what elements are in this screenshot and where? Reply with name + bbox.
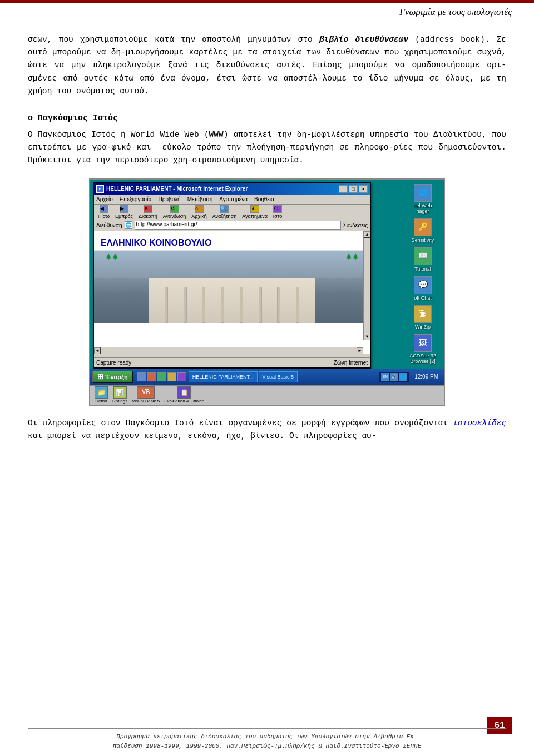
toolbar-history[interactable]: ⏱ Ιστο (271, 205, 284, 220)
scroll-up-btn[interactable]: ▲ (364, 231, 370, 238)
page-header-title: Γνωριμία με τους υπολογιστές (399, 7, 512, 18)
ie-scrollbar[interactable]: ▲ ▼ (363, 231, 370, 340)
sensitivity-icon: 🔑 (414, 218, 432, 236)
address-label: Διεύθυνση (96, 222, 122, 228)
icon-demo[interactable]: 📁 Demo (95, 386, 108, 404)
start-button[interactable]: ⊞ Έναρξη (92, 371, 133, 383)
footer-text: Πρόγραμμα πειραματικής διδασκαλίας του μ… (28, 732, 506, 750)
history-icon: ⏱ (273, 205, 282, 213)
page-footer: Πρόγραμμα πειραματικής διδασκαλίας του μ… (28, 728, 506, 750)
acdsee-label: ACDSee 32Browser [2] (409, 353, 436, 364)
taskbar-items: HELLENIC PARLIAMENT... Visual Basic 5 (189, 371, 377, 382)
tutorial-icon: 📖 (414, 247, 432, 265)
scroll-right-btn[interactable]: ▶ (357, 347, 363, 354)
ql-icon-2[interactable] (147, 372, 156, 381)
taskbar-ie-item[interactable]: HELLENIC PARLIAMENT... (189, 371, 258, 382)
menu-file[interactable]: Αρχείο (96, 196, 113, 202)
tray-en: EN (381, 373, 389, 381)
intro-paragraph: σεων, που χρησιμοποιούμε κατά την αποστο… (28, 33, 506, 98)
demo-icon: 📁 (95, 386, 108, 399)
desktop-icons: 🌐 nel Webnager 🔑 Sensitivity 📖 Tutorial … (406, 184, 439, 385)
favorites-icon: ★ (250, 205, 259, 213)
ie-statusbar: Capture ready Ζώνη Internet (94, 357, 370, 367)
ie-title: HELLENIC PARLIAMENT - Microsoft Internet… (106, 186, 339, 192)
taskbar-item-2[interactable]: Visual Basic 5 (259, 371, 298, 382)
icon-winzip[interactable]: 🗜 WinZip (406, 305, 439, 330)
sky-bg (94, 251, 370, 278)
screenshot-container: e HELLENIC PARLIAMENT - Microsoft Intern… (89, 178, 445, 406)
vb5-label: Visual Basic 5 (132, 399, 160, 404)
menu-edit[interactable]: Επεξεργασία (120, 196, 152, 202)
ie-maximize-btn[interactable]: □ (349, 185, 358, 193)
tutorial-label: Tutorial (414, 266, 431, 272)
demo-label: Demo (95, 399, 107, 404)
icon-eval[interactable]: 📋 Evaluation & Choice (164, 386, 204, 404)
tray-network[interactable]: 🌐 (399, 373, 407, 381)
acdsee-icon: 🖼 (414, 334, 432, 352)
parliament-header: ΕΛΛΗΝΙΚΟ ΚΟΙΝΟΒΟΥΛΙΟ (94, 231, 370, 251)
column-4 (221, 287, 224, 323)
windows-desktop: e HELLENIC PARLIAMENT - Microsoft Intern… (90, 180, 444, 385)
scroll-left-btn[interactable]: ◀ (94, 347, 101, 354)
toolbar-home[interactable]: ⌂ Αρχική (190, 205, 208, 220)
ie-minimize-btn[interactable]: _ (339, 185, 348, 193)
toolbar-back[interactable]: ◀ Πίσω (96, 205, 111, 220)
parliament-image: 🌲🌲 🌲🌲 (94, 251, 370, 323)
tray-sound[interactable]: 🔊 (390, 373, 398, 381)
section-paragraph: Ο Παγκόσμιος Ιστός ή World Wide Web (WWW… (28, 128, 506, 167)
toolbar-search[interactable]: 🔍 Αναζήτηση (211, 205, 238, 220)
toolbar-stop[interactable]: ✕ Διακοπή (137, 205, 159, 220)
ie-content-area: ΕΛΛΗΝΙΚΟ ΚΟΙΝΟΒΟΥΛΙΟ (94, 231, 370, 354)
toolbar-forward[interactable]: ▶ Εμπρός (113, 205, 135, 220)
icon-ratings[interactable]: 📊 Ratings (112, 386, 127, 404)
ie-menubar: Αρχείο Επεξεργασία Προβολή Μετάβαση Αγαπ… (94, 195, 370, 205)
connect-link[interactable]: Συνδέσεις (343, 222, 368, 228)
scroll-down-btn[interactable]: ▼ (364, 334, 370, 340)
icon-acdsee[interactable]: 🖼 ACDSee 32Browser [2] (406, 334, 439, 364)
home-icon: ⌂ (195, 205, 204, 213)
icon-nel-web[interactable]: 🌐 nel Webnager (406, 184, 439, 214)
parliament-logo: ΕΛΛΗΝΙΚΟ ΚΟΙΝΟΒΟΥΛΙΟ (101, 238, 363, 248)
bottom-icons-strip: 📁 Demo 📊 Ratings VB Visual Basic 5 📋 Eva… (90, 385, 444, 405)
quick-launch (137, 372, 186, 381)
column-8 (296, 287, 299, 323)
ql-icon-4[interactable] (167, 372, 176, 381)
menu-go[interactable]: Μετάβαση (187, 196, 213, 202)
icon-tutorial[interactable]: 📖 Tutorial (406, 247, 439, 272)
ie-status-text: Capture ready (96, 360, 131, 366)
icon-vb5[interactable]: VB Visual Basic 5 (132, 386, 160, 404)
ql-icon-5[interactable] (177, 372, 186, 381)
column-7 (277, 287, 280, 323)
ie-hscrollbar[interactable]: ◀ ▶ (94, 347, 363, 354)
footer-line2: παίδευση 1998-1999, 1999-2000. Παν.Πειρα… (113, 743, 422, 749)
column-1 (165, 287, 168, 323)
nel-web-label: nel Webnager (414, 203, 432, 214)
icon-chat[interactable]: 💬 oft Chat (406, 276, 439, 301)
ie-close-btn[interactable]: × (359, 185, 368, 193)
ql-icon-1[interactable] (137, 372, 146, 381)
menu-help[interactable]: Βοήθεια (254, 196, 274, 202)
menu-favorites[interactable]: Αγαπημένα (219, 196, 248, 202)
column-2 (184, 287, 187, 323)
menu-view[interactable]: Προβολή (158, 196, 180, 202)
icon-sensitivity[interactable]: 🔑 Sensitivity (406, 218, 439, 243)
link-istoseli[interactable]: ιστοσελίδες (453, 419, 506, 427)
address-go-icon: 🌐 (125, 221, 132, 229)
eval-label: Evaluation & Choice (164, 399, 204, 404)
taskbar-tray: EN 🔊 🌐 (379, 372, 409, 382)
stop-icon: ✕ (144, 205, 152, 213)
ie-toolbar: ◀ Πίσω ▶ Εμπρός ✕ Διακοπή ↺ Ανανέωση (94, 205, 370, 220)
header-bar (0, 0, 534, 3)
ratings-icon: 📊 (113, 386, 127, 399)
bottom-paragraph: Οι πληροφορίες στον Παγκόσμιο Ιστό είναι… (28, 417, 506, 442)
winzip-icon: 🗜 (414, 305, 432, 323)
ie-icon: e (96, 185, 104, 193)
ql-icon-3[interactable] (157, 372, 166, 381)
vb5-icon: VB (137, 386, 155, 399)
taskbar-clock: 12:09 PM (411, 374, 442, 380)
address-input[interactable]: http://www.parliament.gr/ (135, 221, 341, 230)
toolbar-refresh[interactable]: ↺ Ανανέωση (161, 205, 188, 220)
toolbar-favorites[interactable]: ★ Αγαπημένα (240, 205, 269, 220)
column-3 (202, 287, 205, 323)
column-5 (240, 287, 243, 323)
